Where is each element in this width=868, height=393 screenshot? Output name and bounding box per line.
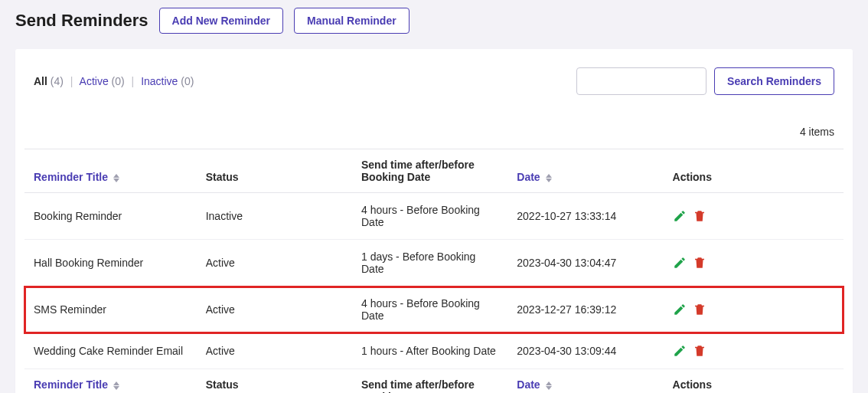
- cell-actions: [664, 193, 844, 240]
- filter-all-count: (4): [51, 75, 64, 87]
- cell-status: Active: [197, 287, 352, 333]
- column-header-title[interactable]: Reminder Title: [24, 149, 197, 193]
- column-footer-actions: Actions: [664, 369, 844, 394]
- sort-icon: [546, 382, 552, 390]
- table-row: Booking ReminderInactive4 hours - Before…: [24, 193, 844, 240]
- column-header-title-label: Reminder Title: [34, 171, 108, 183]
- cell-status: Active: [197, 240, 352, 287]
- column-header-date[interactable]: Date: [507, 149, 663, 193]
- cell-date: 2022-10-27 13:33:14: [507, 193, 663, 240]
- edit-icon[interactable]: [673, 256, 687, 270]
- sort-icon: [113, 382, 119, 390]
- filter-all[interactable]: All (4): [34, 75, 67, 87]
- add-new-reminder-button[interactable]: Add New Reminder: [159, 8, 283, 34]
- column-header-status: Status: [197, 149, 352, 193]
- cell-title: Hall Booking Reminder: [24, 240, 197, 287]
- filter-active-count: (0): [112, 75, 125, 87]
- reminders-table: Reminder Title Status Send time after/be…: [24, 149, 844, 393]
- filter-active-label: Active: [80, 75, 109, 87]
- cell-date: 2023-04-30 13:09:44: [507, 333, 663, 369]
- cell-status: Inactive: [197, 193, 352, 240]
- trash-icon[interactable]: [693, 344, 706, 358]
- cell-actions: [664, 240, 844, 287]
- filter-inactive[interactable]: Inactive (0): [141, 75, 194, 87]
- table-row: SMS ReminderActive4 hours - Before Booki…: [24, 287, 844, 333]
- cell-date: 2023-12-27 16:39:12: [507, 287, 663, 333]
- cell-date: 2023-04-30 13:04:47: [507, 240, 663, 287]
- trash-icon[interactable]: [693, 209, 706, 223]
- filter-separator: |: [70, 75, 73, 87]
- column-header-actions: Actions: [664, 149, 844, 193]
- table-row: Hall Booking ReminderActive1 days - Befo…: [24, 240, 844, 287]
- column-footer-date[interactable]: Date: [507, 369, 663, 394]
- cell-actions: [664, 287, 844, 333]
- cell-actions: [664, 333, 844, 369]
- sort-icon: [546, 174, 552, 182]
- edit-icon[interactable]: [673, 209, 687, 223]
- filter-separator: |: [132, 75, 135, 87]
- cell-sendtime: 1 hours - After Booking Date: [352, 333, 507, 369]
- column-header-date-label: Date: [517, 171, 540, 183]
- column-footer-status: Status: [197, 369, 352, 394]
- cell-title: Booking Reminder: [24, 193, 197, 240]
- search-input[interactable]: [576, 67, 706, 95]
- filter-active[interactable]: Active (0): [80, 75, 128, 87]
- cell-sendtime: 4 hours - Before Booking Date: [352, 193, 507, 240]
- cell-sendtime: 1 days - Before Booking Date: [352, 240, 507, 287]
- column-footer-title-label: Reminder Title: [34, 378, 108, 391]
- cell-sendtime: 4 hours - Before Booking Date: [352, 287, 507, 333]
- column-footer-title[interactable]: Reminder Title: [24, 369, 197, 394]
- items-count: 4 items: [15, 95, 853, 149]
- edit-icon[interactable]: [673, 344, 687, 358]
- filter-bar: All (4) | Active (0) | Inactive (0): [34, 75, 194, 87]
- trash-icon[interactable]: [693, 256, 706, 270]
- search-reminders-button[interactable]: Search Reminders: [714, 67, 834, 95]
- column-footer-sendtime: Send time after/before Booking Date: [352, 369, 507, 394]
- page-title: Send Reminders: [15, 11, 148, 31]
- reminders-panel: All (4) | Active (0) | Inactive (0) Sear…: [15, 49, 853, 393]
- filter-all-label: All: [34, 75, 47, 87]
- filter-inactive-count: (0): [181, 75, 194, 87]
- column-header-sendtime: Send time after/before Booking Date: [352, 149, 507, 193]
- table-row: Wedding Cake Reminder EmailActive1 hours…: [24, 333, 844, 369]
- cell-title: Wedding Cake Reminder Email: [24, 333, 197, 369]
- column-footer-date-label: Date: [517, 378, 540, 391]
- manual-reminder-button[interactable]: Manual Reminder: [294, 8, 410, 34]
- filter-inactive-label: Inactive: [141, 75, 178, 87]
- sort-icon: [113, 174, 119, 182]
- page-header: Send Reminders Add New Reminder Manual R…: [15, 0, 853, 49]
- cell-title: SMS Reminder: [24, 287, 197, 333]
- trash-icon[interactable]: [693, 303, 706, 316]
- edit-icon[interactable]: [673, 303, 687, 316]
- cell-status: Active: [197, 333, 352, 369]
